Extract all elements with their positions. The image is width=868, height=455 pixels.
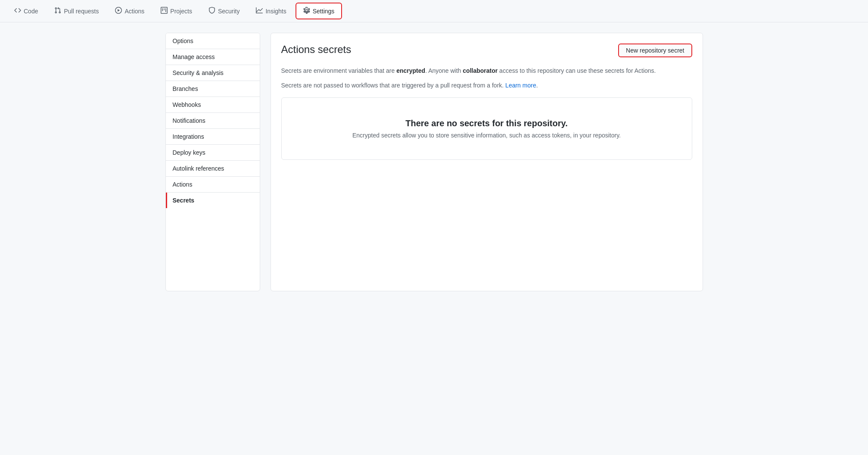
gear-icon: [303, 7, 310, 15]
graph-icon: [256, 7, 263, 15]
nav-tab-projects-label: Projects: [170, 8, 192, 15]
nav-tab-code[interactable]: Code: [7, 3, 45, 19]
description-bold-collaborator: collaborator: [463, 67, 498, 74]
code-icon: [14, 7, 21, 15]
description-text-post: access to this repository can use these …: [498, 67, 656, 74]
sidebar-item-branches-label: Branches: [173, 85, 198, 92]
shield-icon: [208, 7, 215, 15]
sidebar-item-notifications[interactable]: Notifications: [166, 113, 260, 129]
nav-tab-actions-label: Actions: [124, 8, 144, 15]
nav-tab-security[interactable]: Security: [201, 3, 247, 19]
sidebar-item-webhooks-label: Webhooks: [173, 101, 201, 108]
pull-request-icon: [54, 7, 61, 15]
sidebar-item-manage-access-label: Manage access: [173, 53, 215, 60]
sidebar-item-secrets[interactable]: Secrets: [166, 193, 260, 208]
nav-tab-settings-label: Settings: [313, 8, 335, 15]
description-text-pre: Secrets are environment variables that a…: [281, 67, 397, 74]
sidebar-item-security-analysis-label: Security & analysis: [173, 69, 224, 76]
sidebar-item-security-analysis[interactable]: Security & analysis: [166, 65, 260, 81]
empty-state-title: There are no secrets for this repository…: [292, 118, 681, 128]
description-line2: Secrets are not passed to workflows that…: [281, 81, 692, 90]
nav-tab-insights[interactable]: Insights: [249, 3, 293, 19]
sidebar-item-integrations-label: Integrations: [173, 133, 204, 140]
nav-tab-pull-requests[interactable]: Pull requests: [47, 3, 106, 19]
sidebar: Options Manage access Security & analysi…: [165, 33, 260, 291]
nav-tab-code-label: Code: [24, 8, 38, 15]
sidebar-item-options-label: Options: [173, 37, 193, 44]
sidebar-item-deploy-keys-label: Deploy keys: [173, 149, 205, 156]
actions-icon: [115, 7, 122, 15]
page-header: Actions secrets New repository secret: [281, 44, 692, 57]
description-fork-warning: Secrets are not passed to workflows that…: [281, 82, 506, 89]
sidebar-item-webhooks[interactable]: Webhooks: [166, 97, 260, 113]
page-title: Actions secrets: [281, 44, 352, 56]
sidebar-item-actions-label: Actions: [173, 181, 193, 188]
sidebar-item-autolink-references-label: Autolink references: [173, 165, 224, 172]
sidebar-item-notifications-label: Notifications: [173, 117, 205, 124]
top-nav: Code Pull requests Actions: [0, 0, 868, 22]
main-content: Actions secrets New repository secret Se…: [271, 33, 703, 291]
nav-tab-projects[interactable]: Projects: [153, 3, 199, 19]
description-line1: Secrets are environment variables that a…: [281, 66, 692, 75]
sidebar-item-deploy-keys[interactable]: Deploy keys: [166, 145, 260, 161]
empty-state: There are no secrets for this repository…: [281, 97, 692, 160]
nav-tab-insights-label: Insights: [265, 8, 286, 15]
empty-state-description: Encrypted secrets allow you to store sen…: [292, 132, 681, 139]
nav-tab-security-label: Security: [218, 8, 240, 15]
nav-tab-pull-requests-label: Pull requests: [64, 8, 99, 15]
description-bold-encrypted: encrypted: [396, 67, 425, 74]
sidebar-item-branches[interactable]: Branches: [166, 81, 260, 97]
description-period: .: [536, 82, 538, 89]
description-text-mid: . Anyone with: [425, 67, 463, 74]
learn-more-link[interactable]: Learn more: [505, 82, 536, 89]
nav-tab-settings[interactable]: Settings: [296, 3, 342, 19]
new-repository-secret-button[interactable]: New repository secret: [618, 44, 692, 57]
sidebar-item-manage-access[interactable]: Manage access: [166, 49, 260, 65]
nav-tab-actions[interactable]: Actions: [108, 3, 152, 19]
projects-icon: [161, 7, 168, 15]
sidebar-item-integrations[interactable]: Integrations: [166, 129, 260, 145]
sidebar-item-options[interactable]: Options: [166, 33, 260, 49]
sidebar-item-secrets-label: Secrets: [173, 197, 195, 204]
sidebar-item-autolink-references[interactable]: Autolink references: [166, 161, 260, 177]
sidebar-item-actions[interactable]: Actions: [166, 177, 260, 193]
page-container: Options Manage access Security & analysi…: [159, 22, 710, 302]
